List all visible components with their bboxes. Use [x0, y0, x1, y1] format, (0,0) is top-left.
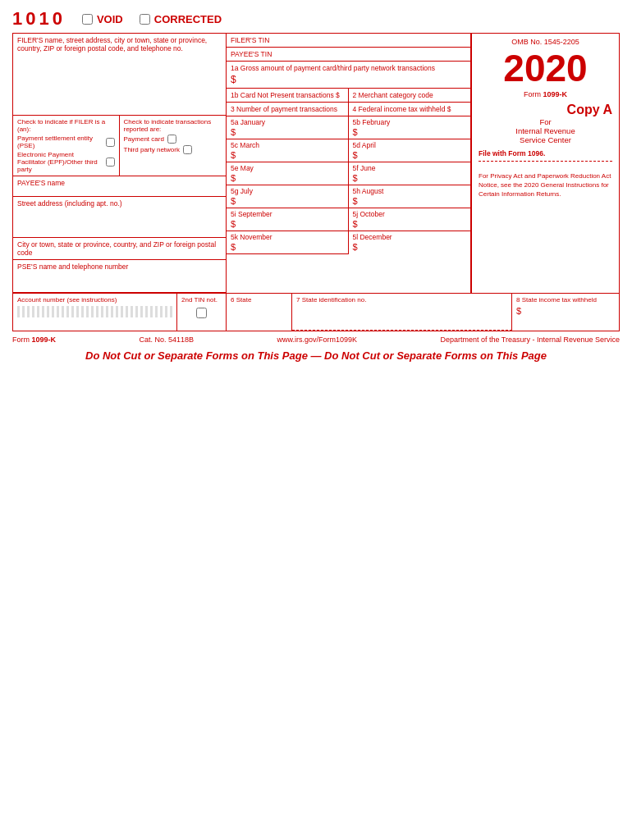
aug-label: 5h August — [353, 187, 384, 195]
sep-label: 5i September — [231, 210, 272, 218]
form-number: 1010 — [12, 8, 66, 30]
check-filer-label: Check to indicate if FILER is a (an): — [17, 118, 115, 133]
right-panel: OMB No. 1545-2205 2020 Form 1099-K Copy … — [471, 34, 619, 293]
third-party-checkbox[interactable] — [183, 145, 192, 154]
sep-dollar: $ — [231, 219, 344, 229]
december-cell: 5l December $ — [349, 231, 471, 254]
jul-label: 5g July — [231, 187, 253, 195]
void-checkbox[interactable] — [82, 14, 93, 25]
feb-label: 5b February — [353, 118, 391, 126]
federal-tax-label: 4 Federal income tax withheld — [353, 105, 446, 113]
january-cell: 5a January $ — [227, 116, 349, 139]
page: 1010 VOID CORRECTED FILER'S name, street… — [0, 0, 632, 370]
check-section: Check to indicate if FILER is a (an): Pa… — [13, 116, 226, 176]
tin-2nd-checkbox[interactable] — [196, 308, 207, 318]
mar-label: 5c March — [231, 141, 259, 149]
transactions-label: Check to indicate transactions reported … — [124, 118, 222, 133]
footer-dept: Department of the Treasury - Internal Re… — [440, 336, 620, 344]
pse-checkbox[interactable] — [106, 138, 115, 147]
filer-info-box: FILER'S name, street address, city or to… — [13, 34, 226, 116]
third-party-row: Third party network — [124, 145, 222, 154]
account-input[interactable] — [17, 306, 172, 317]
state-label: 6 State — [231, 296, 287, 304]
year-display: 2020 — [503, 47, 587, 89]
payment-card-checkbox[interactable] — [167, 135, 176, 144]
form-id: 1099-K — [543, 90, 567, 98]
year-box: 2020 — [479, 49, 612, 87]
tin-2nd-label: 2nd TIN not. — [181, 296, 222, 304]
num-payment-box: 3 Number of payment transactions — [227, 103, 349, 116]
payee-tin-label: PAYEE'S TIN — [231, 50, 272, 58]
form-container: FILER'S name, street address, city or to… — [12, 33, 620, 331]
state-dollar: $ — [516, 306, 615, 316]
footer-form-id: 1099-K — [32, 336, 57, 344]
copy-a-irs: Internal Revenue — [479, 126, 612, 135]
filer-name-label: FILER'S name, street address, city or to… — [17, 36, 207, 52]
epf-label: Electronic Payment Facilitator (EPF)/Oth… — [17, 151, 103, 173]
payee-name-label: PAYEE'S name — [17, 179, 65, 187]
corrected-checkbox[interactable] — [140, 14, 150, 25]
city-section: City or town, state or province, country… — [13, 238, 226, 260]
card-not-present-dollar: $ — [336, 91, 340, 99]
card-not-present-box: 1b Card Not Present transactions $ — [227, 89, 349, 102]
pse-label: Payment settlement entity (PSE) — [17, 135, 103, 149]
city-label: City or town, state or province, country… — [17, 240, 216, 257]
jun-label: 5f June — [353, 164, 376, 172]
payee-name-section: PAYEE'S name — [13, 176, 226, 197]
gross-amount-box: 1a Gross amount of payment card/third pa… — [227, 62, 470, 89]
oct-label: 5j October — [353, 210, 385, 218]
form-body: FILER'S name, street address, city or to… — [13, 34, 619, 293]
epf-row: Electronic Payment Facilitator (EPF)/Oth… — [17, 151, 115, 173]
federal-tax-dollar: $ — [447, 105, 451, 113]
filer-tin-box: FILER'S TIN — [227, 34, 470, 48]
jun-dollar: $ — [353, 173, 467, 183]
pse-section: PSE'S name and telephone number — [13, 260, 226, 293]
copy-a-service: Service Center — [479, 135, 612, 144]
street-address-section: Street address (including apt. no.) — [13, 197, 226, 238]
february-cell: 5b February $ — [349, 116, 471, 139]
dec-label: 5l December — [353, 233, 392, 241]
mar-dollar: $ — [231, 150, 344, 160]
november-cell: 5k November $ — [227, 231, 349, 254]
nov-dollar: $ — [231, 242, 344, 252]
check-right: Check to indicate transactions reported … — [120, 116, 227, 176]
merchant-category-box: 2 Merchant category code — [349, 89, 471, 102]
privacy-note: For Privacy Act and Paperwork Reduction … — [479, 171, 612, 199]
form-footer: Form 1099-K Cat. No. 54118B www.irs.gov/… — [12, 333, 620, 346]
feb-dollar: $ — [353, 127, 467, 137]
dec-dollar: $ — [353, 242, 467, 252]
apr-label: 5d April — [353, 141, 376, 149]
state-id-cell: 7 State identification no. — [292, 294, 512, 331]
footer-url: www.irs.gov/Form1099K — [277, 336, 357, 344]
bottom-row: Account number (see instructions) 2nd TI… — [13, 293, 619, 331]
august-cell: 5h August $ — [349, 185, 471, 208]
may-label: 5e May — [231, 164, 254, 172]
third-party-label: Third party network — [124, 146, 180, 153]
aug-dollar: $ — [353, 196, 467, 206]
federal-tax-box: 4 Federal income tax withheld $ — [349, 103, 471, 116]
void-checkbox-label[interactable]: VOID — [82, 13, 123, 25]
middle-column: FILER'S TIN PAYEE'S TIN 1a Gross amount … — [227, 34, 471, 293]
may-cell: 5e May $ — [227, 162, 349, 185]
state-tax-label: 8 State income tax withheld — [516, 296, 615, 304]
form-id-label: Form 1099-K — [479, 90, 612, 98]
oct-dollar: $ — [353, 219, 467, 229]
copy-a-for: For — [479, 117, 612, 126]
june-cell: 5f June $ — [349, 162, 471, 185]
gross-amount-dollar: $ — [231, 74, 466, 85]
omb-text: OMB No. 1545-2205 — [479, 38, 612, 46]
july-cell: 5g July $ — [227, 185, 349, 208]
form-header: 1010 VOID CORRECTED — [12, 8, 620, 30]
state-tax-cell: 8 State income tax withheld $ — [512, 294, 619, 331]
corrected-checkbox-label[interactable]: CORRECTED — [140, 13, 222, 25]
file-with-text: File with Form 1096. — [479, 149, 612, 158]
card-not-present-label: 1b Card Not Present transactions — [231, 91, 334, 99]
jan-dollar: $ — [231, 127, 344, 137]
bottom-warning: Do Not Cut or Separate Forms on This Pag… — [12, 349, 620, 362]
may-dollar: $ — [231, 173, 344, 183]
epf-checkbox[interactable] — [106, 158, 115, 167]
payee-tin-box: PAYEE'S TIN — [227, 48, 470, 62]
row-3-4: 3 Number of payment transactions 4 Feder… — [227, 103, 470, 116]
april-cell: 5d April $ — [349, 139, 471, 162]
pse-row: Payment settlement entity (PSE) — [17, 135, 115, 149]
